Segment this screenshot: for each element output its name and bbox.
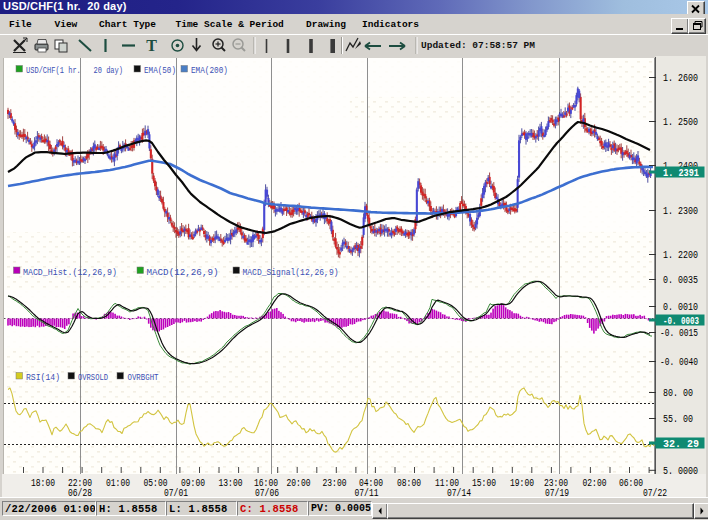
svg-text:1. 2391: 1. 2391	[663, 168, 699, 179]
svg-text:1. 2300: 1. 2300	[663, 206, 698, 217]
svg-text:OVRSOLD: OVRSOLD	[78, 373, 108, 383]
svg-text:EMA(200): EMA(200)	[191, 65, 228, 76]
svg-text:02:00: 02:00	[583, 478, 607, 489]
svg-text:32. 29: 32. 29	[663, 439, 699, 450]
svg-text:-0. 0003: -0. 0003	[663, 316, 699, 327]
svg-text:80. 00: 80. 00	[663, 388, 693, 399]
svg-text:07/11: 07/11	[355, 488, 379, 499]
svg-text:19:00: 19:00	[510, 478, 534, 489]
svg-text:0. 0035: 0. 0035	[663, 275, 698, 286]
svg-text:-0. 0015: -0. 0015	[660, 328, 698, 339]
svg-text:MACD(12,26,9): MACD(12,26,9)	[147, 268, 219, 278]
svg-text:1. 2500: 1. 2500	[663, 117, 698, 128]
svg-text:USD/CHF(1 hr. 20 day): USD/CHF(1 hr. 20 day)	[26, 65, 123, 76]
svg-text:13:00: 13:00	[219, 478, 243, 489]
svg-text:08:00: 08:00	[397, 478, 421, 489]
svg-text:06:00: 06:00	[619, 478, 643, 489]
svg-text:15:00: 15:00	[472, 478, 496, 489]
svg-text:55. 00: 55. 00	[663, 414, 693, 425]
svg-text:07/14: 07/14	[447, 488, 471, 499]
svg-text:1. 2600: 1. 2600	[663, 73, 698, 84]
svg-text:20:00: 20:00	[287, 478, 311, 489]
svg-text:MACD_Hist.(12,26,9): MACD_Hist.(12,26,9)	[23, 268, 117, 278]
svg-text:MACD_Signal(12,26,9): MACD_Signal(12,26,9)	[243, 268, 339, 278]
svg-text:18:00: 18:00	[31, 478, 55, 489]
svg-text:23:00: 23:00	[323, 478, 347, 489]
svg-text:07/06: 07/06	[255, 488, 279, 499]
svg-text:OVRBGHT: OVRBGHT	[128, 373, 159, 383]
svg-text:06/28: 06/28	[68, 488, 92, 499]
svg-text:07/22: 07/22	[643, 488, 667, 499]
svg-text:01:00: 01:00	[106, 478, 130, 489]
svg-text:0. 0010: 0. 0010	[663, 302, 698, 313]
svg-text:1. 2200: 1. 2200	[663, 250, 698, 261]
svg-text:07/01: 07/01	[164, 488, 188, 499]
svg-text:-0. 0040: -0. 0040	[660, 357, 698, 368]
svg-text:RSI(14): RSI(14)	[26, 373, 60, 383]
svg-text:07/19: 07/19	[545, 488, 569, 499]
svg-text:EMA(50): EMA(50)	[144, 65, 176, 76]
svg-text:5. 0000: 5. 0000	[663, 466, 698, 477]
